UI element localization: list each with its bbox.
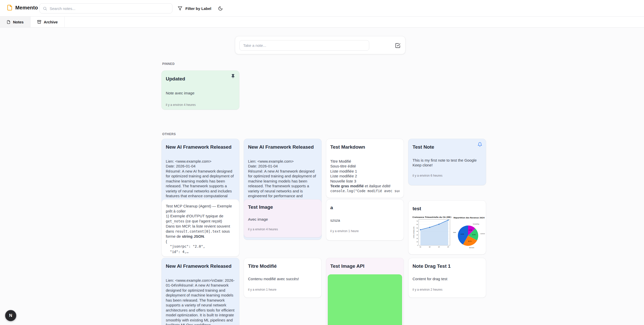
search-icon [43, 6, 47, 11]
filter-by-label-text: Filter by Label [185, 6, 211, 11]
tab-notes-label: Notes [13, 20, 24, 24]
view-tabs: Notes Archive [0, 17, 644, 27]
note-title: a [330, 205, 400, 211]
note-card-test-image[interactable]: Test Image Avec image il y a environ 4 h… [244, 199, 322, 237]
note-card-mcp-cleanup[interactable]: Test MCP Cleanup (Agent) — Exemple prêt … [161, 199, 239, 257]
checklist-button[interactable] [395, 43, 401, 49]
note-attachments: Croissance Trimestrielle du CA (M€)01020… [413, 215, 482, 251]
note-card-drag-test[interactable]: Note Drag Test 1 Content for drag test i… [408, 258, 486, 298]
note-image-green [328, 274, 402, 325]
app-logo: Memento [7, 5, 38, 11]
revenue-line-chart-image[interactable]: Croissance Trimestrielle du CA (M€)01020… [413, 215, 451, 251]
note-body: Contenu modifié avec succès! [248, 276, 317, 281]
svg-text:50: 50 [417, 228, 418, 229]
note-title: New AI Framework Released [166, 263, 235, 269]
note-timestamp: il y a environ 6 heures [413, 174, 482, 177]
take-a-note-input[interactable] [239, 40, 369, 51]
note-body: Lien: <www.example.com> Date: 2026-01-04… [166, 159, 235, 204]
moon-icon [218, 6, 223, 11]
note-card-test-markdown[interactable]: Test Markdown Titre Modifié Sous-titre é… [326, 139, 404, 198]
svg-text:41.8%: 41.8% [461, 233, 464, 235]
user-avatar[interactable]: N [5, 310, 16, 321]
svg-text:0: 0 [417, 245, 418, 246]
svg-text:25.7%: 25.7% [468, 241, 472, 242]
note-title: Test Note [413, 144, 482, 150]
note-title: Titre Modifié [248, 263, 317, 269]
note-card-updated[interactable]: Updated Note avec image il y a environ 4… [161, 70, 239, 110]
note-card-test-image-api[interactable]: Test Image API [326, 258, 404, 325]
note-timestamp: il y a environ 1 heure [248, 288, 317, 291]
note-title: Test Markdown [330, 144, 400, 150]
note-body: Avec image [248, 217, 317, 222]
pinned-section-label: PINNED [162, 62, 175, 66]
svg-text:Q2: Q2 [429, 246, 431, 248]
note-title: Note Drag Test 1 [413, 263, 482, 269]
app-header: Memento Filter by Label [0, 0, 644, 17]
svg-text:Q4: Q4 [447, 246, 449, 248]
note-body: Test MCP Cleanup (Agent) — Exemple prêt … [166, 204, 235, 254]
tab-notes[interactable]: Notes [0, 17, 31, 27]
note-title: Test Image [248, 204, 317, 210]
svg-text:10: 10 [417, 241, 418, 243]
pin-icon[interactable] [231, 74, 236, 79]
note-timestamp: il y a environ 1 heure [330, 229, 400, 233]
svg-text:40: 40 [417, 231, 418, 232]
note-card-ai-framework-3[interactable]: New AI Framework Released Lien: <www.exa… [161, 258, 239, 325]
svg-text:30: 30 [417, 234, 418, 236]
take-a-note-card [235, 36, 405, 54]
svg-text:Croissance Trimestrielle du CA: Croissance Trimestrielle du CA (M€) [413, 216, 451, 218]
note-title: New AI Framework Released [248, 144, 317, 150]
note-file-icon [7, 20, 10, 24]
note-body: Note avec image [166, 91, 235, 96]
svg-text:Répartition des Revenus 2024: Répartition des Revenus 2024 [454, 217, 485, 219]
archive-icon [37, 20, 41, 24]
note-body: szsza [330, 218, 400, 223]
svg-text:60: 60 [417, 224, 418, 225]
note-card-test-note[interactable]: Test Note This is my first note to test … [408, 139, 486, 185]
inline-code: get_notes [166, 219, 184, 223]
svg-text:Produits: Produits [453, 232, 456, 233]
search-input[interactable] [50, 6, 169, 11]
revenue-pie-chart-image[interactable]: Répartition des Revenus 202441.8%Produit… [453, 215, 485, 251]
funnel-icon [178, 6, 182, 11]
svg-text:20: 20 [417, 238, 418, 239]
note-body: Lien: <www.example.com>\nDate: 2026-01-0… [166, 278, 235, 325]
note-timestamp: il y a environ 4 heures [166, 103, 235, 107]
svg-text:Consulting: Consulting [473, 223, 479, 225]
note-title: Test Image API [330, 263, 400, 269]
note-card-titre-modifie[interactable]: Titre Modifié Contenu modifié avec succè… [244, 258, 322, 298]
search-bar[interactable] [39, 3, 172, 13]
note-body: This is my first note to test the Google… [413, 158, 482, 168]
svg-text:Chiffre d'affaires (M€): Chiffre d'affaires (M€) [413, 226, 415, 238]
tab-archive-label: Archive [44, 20, 58, 24]
note-file-icon [7, 5, 13, 11]
svg-text:12.5%: 12.5% [469, 230, 472, 231]
app-title: Memento [15, 5, 38, 11]
note-body: Titre Modifié Sous-titre édité Liste mod… [330, 159, 400, 194]
svg-text:Q1: Q1 [420, 246, 421, 248]
note-card-a[interactable]: a szsza il y a environ 1 heure [326, 199, 404, 241]
svg-text:Licences: Licences [480, 233, 485, 234]
svg-text:20.0%: 20.0% [472, 234, 476, 235]
note-timestamp: il y a environ 4 heures [248, 228, 317, 231]
avatar-initial: N [9, 313, 12, 318]
tab-archive[interactable]: Archive [31, 17, 65, 27]
code-block: "jsonrpc": "2.0", "id": 4,… [166, 244, 205, 254]
reminder-bell-icon[interactable] [477, 142, 483, 147]
note-title: test [413, 206, 482, 212]
svg-text:Services: Services [469, 247, 474, 248]
note-timestamp: il y a environ 2 heures [413, 288, 482, 291]
filter-by-label-button[interactable]: Filter by Label [176, 4, 213, 13]
note-body: Content for drag test [413, 276, 482, 281]
code-block: console.log("Code modifié avec succès") [330, 189, 400, 194]
note-title: Updated [166, 76, 235, 82]
note-body: Lien: <www.example.com> Date: 2026-01-04… [248, 159, 317, 204]
svg-text:Q3: Q3 [438, 246, 440, 248]
note-title: New AI Framework Released [166, 144, 235, 150]
svg-text:70: 70 [417, 220, 418, 222]
others-section-label: OTHERS [162, 132, 176, 136]
inline-code: result.content[0].text [175, 229, 221, 233]
check-square-icon [395, 43, 401, 48]
note-card-test-charts[interactable]: test Croissance Trimestrielle du CA (M€)… [408, 200, 486, 255]
dark-mode-toggle[interactable] [216, 5, 224, 12]
